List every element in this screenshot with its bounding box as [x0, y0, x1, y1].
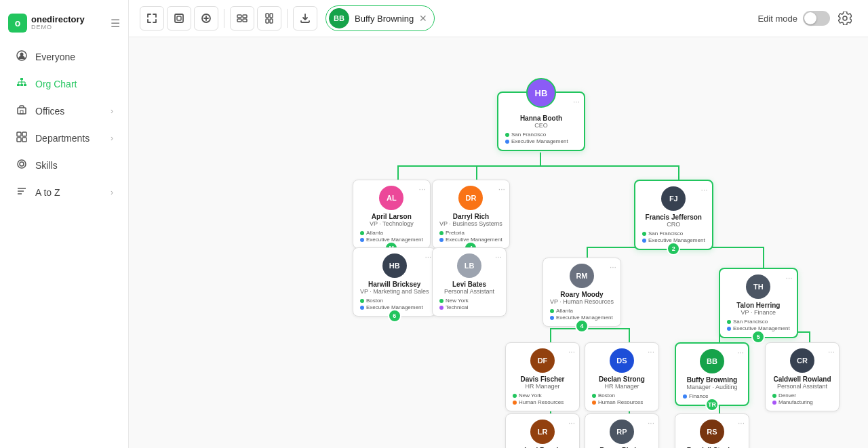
roary-menu[interactable]: ···: [610, 262, 616, 272]
svg-rect-15: [22, 132, 26, 136]
sidebar-item-departments-label: Departments: [35, 133, 90, 144]
sidebar-item-everyone[interactable]: Everyone: [4, 43, 124, 70]
renee-menu[interactable]: ···: [648, 418, 654, 428]
departments-chevron: ›: [111, 134, 113, 143]
svg-rect-28: [237, 15, 241, 18]
add-button[interactable]: [194, 6, 218, 30]
layout-vertical-button[interactable]: [257, 6, 281, 30]
sidebar-item-offices[interactable]: Offices ›: [4, 98, 124, 125]
sidebar-item-org-chart[interactable]: Org Chart: [4, 70, 124, 98]
talon-menu[interactable]: ···: [786, 273, 793, 283]
svg-point-19: [20, 162, 24, 166]
april-menu[interactable]: ···: [419, 184, 426, 194]
layout-horizontal-button[interactable]: [230, 6, 254, 30]
davis-menu[interactable]: ···: [568, 347, 575, 357]
node-declan[interactable]: DS ··· Declan Strong HR Manager Boston H…: [585, 342, 659, 411]
node-roary[interactable]: RM ··· Roary Moody VP · Human Resources …: [542, 258, 621, 327]
logo-icon: o: [8, 14, 27, 33]
main-content: BB Buffy Browning ✕ Edit mode: [129, 0, 868, 448]
person-filter-avatar: BB: [329, 8, 349, 28]
buffy-count[interactable]: TR: [705, 398, 719, 411]
svg-rect-32: [266, 14, 269, 18]
svg-rect-23: [175, 14, 183, 22]
node-hanna[interactable]: HB ··· Hanna Booth CEO San Francisco Exe…: [497, 91, 585, 151]
svg-rect-5: [17, 84, 20, 86]
node-francis[interactable]: FJ ··· Francis Jefferson CRO San Francis…: [634, 180, 713, 250]
harwill-menu[interactable]: ···: [425, 252, 431, 262]
svg-rect-7: [24, 84, 26, 86]
caldwell-avatar: CR: [790, 348, 814, 373]
person-filter[interactable]: BB Buffy Browning ✕: [326, 5, 435, 31]
buffy-menu[interactable]: ···: [737, 348, 744, 357]
francis-menu[interactable]: ···: [701, 185, 708, 195]
chart-area[interactable]: HB ··· Hanna Booth CEO San Francisco Exe…: [129, 37, 868, 448]
harwill-count[interactable]: 6: [388, 309, 401, 323]
hanna-title: CEO: [505, 122, 577, 129]
node-april[interactable]: AL ··· April Larson VP · Technology Atla…: [353, 180, 431, 249]
node-renee[interactable]: RP ··· Renee Phelps Personal Assistant A…: [585, 413, 659, 448]
svg-rect-6: [20, 84, 23, 86]
departments-icon: [15, 131, 28, 145]
skills-icon: [15, 159, 28, 172]
sidebar-item-everyone-label: Everyone: [35, 52, 75, 62]
svg-point-3: [20, 53, 24, 56]
sidebar-item-skills[interactable]: Skills: [4, 152, 124, 179]
fit-button[interactable]: [167, 6, 191, 30]
roary-count[interactable]: 4: [575, 319, 589, 333]
randall-menu[interactable]: ···: [738, 418, 745, 428]
sidebar: o onedirectory DEMO ☰ Everyone Org Chart…: [0, 0, 129, 448]
node-levi[interactable]: LB ··· Levi Bates Personal Assistant New…: [432, 247, 507, 317]
app-logo: o onedirectory DEMO: [8, 14, 85, 33]
node-randall[interactable]: RS ··· Randall Stanley Manager · Auditin…: [675, 413, 749, 448]
renee-avatar: RP: [610, 420, 634, 444]
toolbar-separator-2: [287, 9, 288, 28]
node-davis[interactable]: DF ··· Davis Fischer HR Manager New York…: [505, 342, 580, 411]
harwill-avatar: HB: [382, 253, 407, 278]
darryl-menu[interactable]: ···: [498, 184, 505, 194]
a-to-z-icon: [15, 186, 28, 199]
toolbar: BB Buffy Browning ✕ Edit mode: [129, 0, 868, 37]
svg-rect-14: [17, 132, 21, 136]
svg-rect-31: [243, 19, 247, 22]
download-button[interactable]: [293, 6, 317, 30]
chart-canvas: HB ··· Hanna Booth CEO San Francisco Exe…: [129, 37, 868, 448]
node-buffy[interactable]: BB ··· Buffy Browning Manager · Auditing…: [675, 342, 749, 406]
roary-avatar: RM: [570, 264, 594, 288]
talon-count[interactable]: 5: [751, 330, 765, 344]
hamburger-menu[interactable]: ☰: [111, 17, 120, 30]
lael-menu[interactable]: ···: [568, 418, 575, 428]
april-avatar: AL: [379, 186, 403, 210]
sidebar-item-offices-label: Offices: [35, 106, 64, 117]
everyone-icon: [15, 50, 28, 64]
node-caldwell[interactable]: CR ··· Caldwell Rowland Personal Assista…: [765, 342, 840, 411]
node-harwill[interactable]: HB ··· Harwill Bricksey VP · Marketing a…: [353, 247, 436, 317]
app-name: onedirectory: [31, 15, 85, 24]
hanna-avatar: HB: [526, 78, 556, 108]
talon-avatar: TH: [746, 274, 770, 299]
francis-count[interactable]: 2: [667, 242, 680, 256]
svg-rect-16: [17, 138, 21, 142]
node-darryl[interactable]: DR ··· Darryl Rich VP · Business Systems…: [432, 180, 510, 249]
edit-mode-toggle[interactable]: [803, 11, 830, 26]
sidebar-item-org-chart-label: Org Chart: [35, 79, 77, 89]
sidebar-item-a-to-z[interactable]: A to Z ›: [4, 179, 124, 206]
svg-rect-29: [243, 15, 247, 18]
buffy-avatar: BB: [700, 349, 724, 373]
hanna-menu[interactable]: ···: [573, 97, 580, 106]
settings-button[interactable]: [833, 6, 857, 30]
toggle-knob: [804, 12, 816, 24]
expand-button[interactable]: [140, 6, 164, 30]
node-talon[interactable]: TH ··· Talon Herring VP · Finance San Fr…: [719, 268, 798, 338]
person-filter-close-icon[interactable]: ✕: [419, 13, 427, 24]
offices-chevron: ›: [111, 106, 113, 116]
sidebar-item-departments[interactable]: Departments ›: [4, 125, 124, 152]
a-to-z-chevron: ›: [111, 188, 113, 197]
levi-menu[interactable]: ···: [495, 252, 502, 262]
levi-avatar: LB: [457, 253, 481, 278]
lael-avatar: LR: [530, 420, 555, 444]
hanna-name: Hanna Booth: [505, 115, 577, 122]
caldwell-menu[interactable]: ···: [828, 347, 835, 357]
declan-menu[interactable]: ···: [648, 347, 654, 357]
declan-avatar: DS: [610, 348, 634, 373]
node-lael[interactable]: LR ··· Lael Roach HR Manager Los Angeles…: [505, 413, 580, 448]
